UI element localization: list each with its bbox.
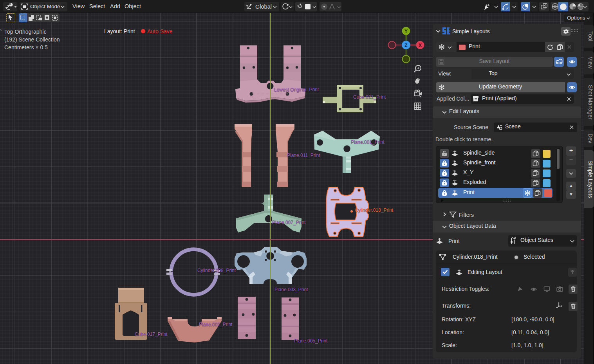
svg-text:Z: Z: [404, 43, 407, 48]
svg-text:X: X: [419, 43, 422, 48]
svg-text:Y: Y: [404, 29, 408, 34]
